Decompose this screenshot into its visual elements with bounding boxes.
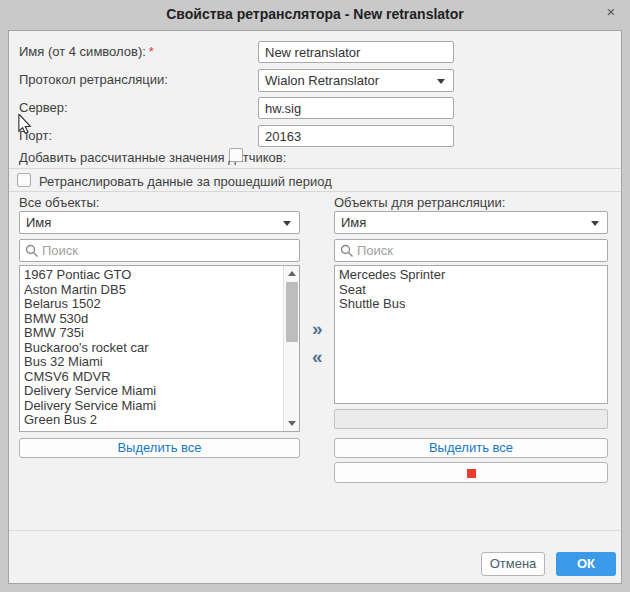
port-label: Порт: bbox=[19, 128, 52, 143]
list-item[interactable]: BMW 530d bbox=[24, 312, 299, 327]
port-input[interactable] bbox=[258, 125, 454, 147]
calc-sensors-label: Добавить рассчитанные значения датчиков: bbox=[19, 150, 286, 165]
list-item[interactable]: CMSV6 MDVR bbox=[24, 370, 299, 385]
list-item[interactable]: Green Bus 2 bbox=[24, 413, 299, 428]
scrollbar-thumb[interactable] bbox=[286, 282, 298, 342]
list-item[interactable]: Seat bbox=[339, 283, 607, 298]
ok-button[interactable]: ОК bbox=[556, 552, 616, 576]
close-icon[interactable]: × bbox=[603, 4, 619, 20]
required-asterisk: * bbox=[149, 44, 154, 59]
past-period-checkbox[interactable] bbox=[17, 173, 31, 187]
stop-button[interactable] bbox=[334, 462, 608, 483]
progress-bar bbox=[334, 409, 608, 429]
left-search-input[interactable] bbox=[42, 241, 293, 260]
search-icon bbox=[25, 244, 39, 258]
protocol-select[interactable]: Wialon Retranslator bbox=[258, 69, 454, 92]
scroll-down-icon[interactable] bbox=[284, 416, 300, 431]
footer-separator bbox=[9, 530, 621, 531]
list-item[interactable]: BMW 735i bbox=[24, 326, 299, 341]
list-item[interactable]: Delivery Service Miami bbox=[24, 384, 299, 399]
list-item[interactable]: green mary bbox=[24, 428, 299, 433]
stop-icon bbox=[467, 469, 476, 478]
right-filter-value: Имя bbox=[341, 215, 366, 230]
left-search-box bbox=[19, 239, 300, 262]
move-all-left-icon[interactable]: « bbox=[312, 348, 323, 366]
list-item[interactable]: Bus 32 Miami bbox=[24, 355, 299, 370]
past-period-label: Ретранслировать данные за прошедший пери… bbox=[39, 174, 332, 189]
move-all-right-icon[interactable]: » bbox=[312, 320, 323, 338]
right-search-box bbox=[334, 239, 608, 262]
name-label: Имя (от 4 символов):* bbox=[19, 44, 154, 59]
chevron-down-icon bbox=[437, 79, 445, 84]
list-item[interactable]: Aston Martin DB5 bbox=[24, 283, 299, 298]
list-item[interactable]: 1967 Pontiac GTO bbox=[24, 268, 299, 283]
separator bbox=[9, 168, 621, 169]
right-select-all-button[interactable]: Выделить все bbox=[334, 438, 608, 458]
all-objects-list[interactable]: 1967 Pontiac GTOAston Martin DB5Belarus … bbox=[19, 265, 300, 432]
list-item[interactable]: Buckaroo's rocket car bbox=[24, 341, 299, 356]
chevron-down-icon bbox=[283, 221, 291, 226]
server-label: Сервер: bbox=[19, 100, 68, 115]
retrans-objects-title: Объекты для ретрансляции: bbox=[334, 195, 505, 210]
list-item[interactable]: Shuttle Bus bbox=[339, 297, 607, 312]
protocol-label: Протокол ретрансляции: bbox=[19, 72, 168, 87]
list-item[interactable]: Belarus 1502 bbox=[24, 297, 299, 312]
all-objects-title: Все объекты: bbox=[19, 195, 99, 210]
protocol-select-value: Wialon Retranslator bbox=[265, 73, 379, 88]
separator bbox=[9, 191, 621, 192]
right-filter-select[interactable]: Имя bbox=[334, 211, 608, 234]
left-filter-select[interactable]: Имя bbox=[19, 211, 300, 234]
retrans-objects-list[interactable]: Mercedes SprinterSeatShuttle Bus bbox=[334, 265, 608, 404]
left-filter-value: Имя bbox=[26, 215, 51, 230]
list-item[interactable]: Mercedes Sprinter bbox=[339, 268, 607, 283]
list-item[interactable]: Delivery Service Miami bbox=[24, 399, 299, 414]
dialog-body: Имя (от 4 символов):* Протокол ретрансля… bbox=[8, 30, 622, 584]
dialog-title: Свойства ретранслятора - New retranslato… bbox=[0, 0, 630, 28]
right-search-input[interactable] bbox=[357, 241, 601, 260]
server-input[interactable] bbox=[258, 97, 454, 119]
chevron-down-icon bbox=[591, 221, 599, 226]
left-select-all-button[interactable]: Выделить все bbox=[19, 438, 300, 458]
scroll-up-icon[interactable] bbox=[284, 266, 300, 281]
calc-sensors-checkbox[interactable] bbox=[229, 148, 243, 162]
search-icon bbox=[340, 244, 354, 258]
cancel-button[interactable]: Отмена bbox=[481, 552, 545, 576]
name-input[interactable] bbox=[258, 41, 454, 63]
dialog-titlebar: Свойства ретранслятора - New retranslato… bbox=[0, 0, 630, 30]
left-list-scrollbar[interactable] bbox=[283, 266, 299, 431]
